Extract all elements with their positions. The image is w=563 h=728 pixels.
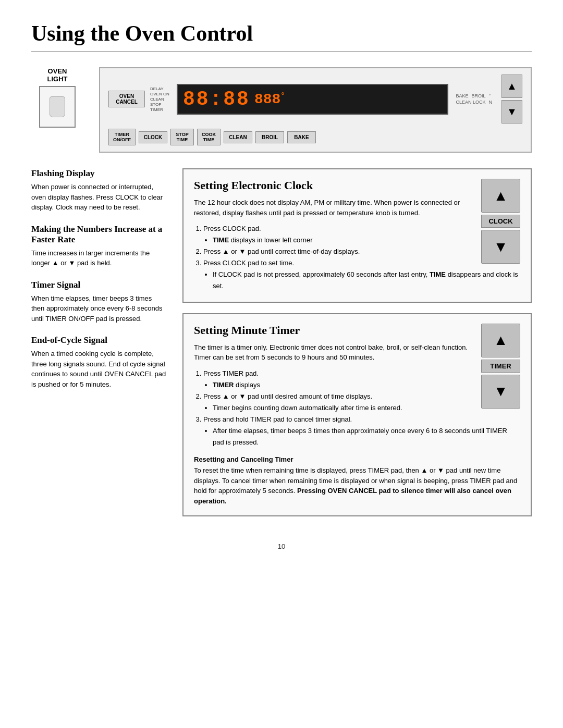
display-area: 88:88 888° (177, 84, 449, 115)
clean-button[interactable]: CLEAN (224, 131, 252, 143)
clock-step-2: Press ▲ or ▼ pad until correct time-of-d… (203, 246, 520, 257)
timer-label: TIMER (481, 360, 520, 373)
timer-onoff-button[interactable]: TIMERON/OFF (108, 129, 136, 145)
setting-timer-box: ▲ TIMER ▼ Setting Minute Timer The timer… (182, 313, 532, 517)
oven-light-section: OVEN LIGHT (31, 67, 83, 128)
timer-step-1-sub: TIMER displays (213, 379, 520, 391)
timer-step-2: Press ▲ or ▼ pad until desired amount of… (203, 391, 520, 414)
end-of-cycle-text: When a timed cooking cycle is complete, … (31, 349, 167, 389)
clock-content: ▲ CLOCK ▼ Setting Electronic Clock The 1… (194, 179, 520, 292)
clock-step-1-sub: TIME displays in lower left corner (213, 235, 520, 246)
cook-time-button[interactable]: COOKTIME (197, 129, 221, 145)
display-row: OVENCANCEL DELAY OVEN ON CLEAN STOP TIME… (108, 75, 522, 124)
bake-button[interactable]: BAKE (287, 131, 316, 143)
control-panel: OVENCANCEL DELAY OVEN ON CLEAN STOP TIME… (99, 67, 532, 153)
setting-clock-intro: The 12 hour clock does not display AM, P… (194, 198, 520, 218)
page-title: Using the Oven Control (31, 21, 532, 52)
oven-light-bulb (50, 96, 65, 117)
timer-signal-section: Timer Signal When time elapses, timer be… (31, 280, 167, 324)
clock-step-3-sub: If CLOCK pad is not pressed, approximate… (213, 269, 520, 292)
clock-arrows-container: ▲ CLOCK ▼ (481, 179, 520, 264)
timer-content: ▲ TIMER ▼ Setting Minute Timer The timer… (194, 324, 520, 507)
making-numbers-title: Making the Numbers Increase at a Faster … (31, 224, 167, 245)
main-content: Flashing Display When power is connected… (31, 168, 532, 527)
setting-clock-box: ▲ CLOCK ▼ Setting Electronic Clock The 1… (182, 168, 532, 303)
panel-arrow-up[interactable]: ▲ (501, 75, 522, 98)
end-of-cycle-title: End-of-Cycle Signal (31, 335, 167, 346)
clock-button[interactable]: CLOCK (139, 131, 167, 143)
flashing-display-text: When power is connected or interrupted, … (31, 182, 167, 213)
page-number: 10 (31, 542, 532, 550)
clock-arrow-up[interactable]: ▲ (481, 179, 520, 213)
timer-step-3-sub: After time elapses, timer beeps 3 times … (213, 425, 520, 448)
timer-step-1: Press TIMER pad. TIMER displays (203, 368, 520, 391)
timer-step-2-sub: Timer begins counting down automatically… (213, 402, 520, 414)
buttons-row: TIMERON/OFF CLOCK STOPTIME COOKTIME CLEA… (108, 129, 522, 145)
timer-arrow-down[interactable]: ▼ (481, 375, 520, 409)
right-column: ▲ CLOCK ▼ Setting Electronic Clock The 1… (182, 168, 532, 527)
flashing-display-section: Flashing Display When power is connected… (31, 168, 167, 213)
setting-clock-title: Setting Electronic Clock (194, 179, 520, 192)
timer-arrows-container: ▲ TIMER ▼ (481, 324, 520, 409)
resetting-title: Resetting and Canceling Timer (194, 455, 520, 463)
making-numbers-section: Making the Numbers Increase at a Faster … (31, 224, 167, 268)
timer-signal-title: Timer Signal (31, 280, 167, 290)
setting-timer-steps: Press TIMER pad. TIMER displays Press ▲ … (203, 368, 520, 449)
panel-arrow-down[interactable]: ▼ (501, 100, 522, 124)
clock-arrow-down[interactable]: ▼ (481, 230, 520, 264)
clock-step-3: Press CLOCK pad to set time. If CLOCK pa… (203, 257, 520, 292)
timer-arrow-up[interactable]: ▲ (481, 324, 520, 357)
clock-step-1: Press CLOCK pad. TIME displays in lower … (203, 223, 520, 246)
oven-cancel-button[interactable]: OVENCANCEL (108, 91, 145, 107)
oven-light-label: OVEN LIGHT (47, 67, 68, 83)
top-section: OVEN LIGHT OVENCANCEL DELAY OVEN ON CLEA… (31, 67, 532, 153)
clock-label: CLOCK (481, 215, 520, 228)
timer-step-3: Press and hold TIMER pad to cancel timer… (203, 414, 520, 448)
making-numbers-text: Time increases in larger increments the … (31, 248, 167, 268)
display-temp: 888° (254, 91, 285, 107)
stop-time-button[interactable]: STOPTIME (170, 129, 194, 145)
setting-timer-intro: The timer is a timer only. Electronic ti… (194, 342, 520, 363)
end-of-cycle-section: End-of-Cycle Signal When a timed cooking… (31, 335, 167, 389)
timer-signal-text: When time elapses, timer beeps 3 times t… (31, 293, 167, 324)
oven-light-box (39, 86, 76, 128)
flashing-display-title: Flashing Display (31, 168, 167, 179)
setting-timer-title: Setting Minute Timer (194, 324, 520, 337)
broil-button[interactable]: BROIL (255, 131, 284, 143)
left-column: Flashing Display When power is connected… (31, 168, 167, 527)
display-time: 88:88 (183, 88, 250, 110)
resetting-text: To reset the time when remaining time is… (194, 465, 520, 506)
panel-left: OVENCANCEL (108, 91, 145, 107)
setting-clock-steps: Press CLOCK pad. TIME displays in lower … (203, 223, 520, 292)
